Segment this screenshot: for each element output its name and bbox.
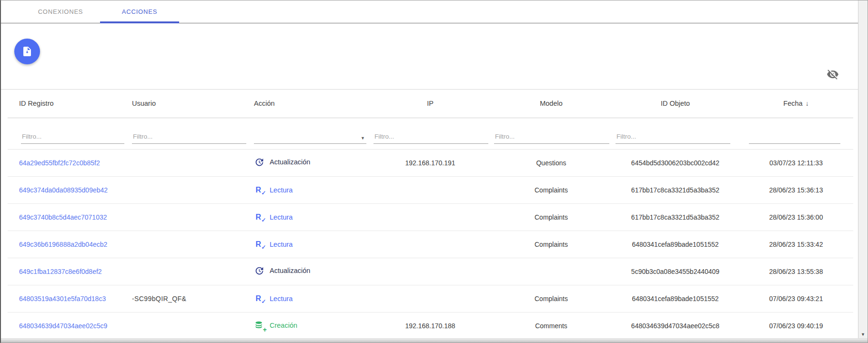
table-row[interactable]: 64803519a4301e5fa70d18c3 -SC99bQIR_QF& R… [8, 285, 853, 312]
record-id-link[interactable]: 649c3740b8c5d4aec7071032 [19, 213, 107, 221]
tab-bar: CONEXIONESACCIONES [1, 0, 868, 23]
column-header-label: ID Objeto [661, 100, 690, 107]
column-header-id[interactable]: ID Registro [8, 90, 128, 118]
dropdown-arrow-icon: ▼ [361, 136, 365, 141]
model-cell: Complaints [491, 176, 612, 203]
user-cell [128, 312, 250, 339]
record-id-link[interactable]: 649c36b6196888a2db04ecb2 [19, 241, 107, 248]
filter-cell [8, 118, 128, 149]
object-id-cell: 6454bd5d3006203bc002cd42 [612, 149, 739, 176]
action-cell: Actualización [250, 149, 370, 176]
column-header-modelo[interactable]: Modelo [491, 90, 612, 118]
action-cell: R✓Lectura [250, 203, 370, 231]
column-header-objeto[interactable]: ID Objeto [612, 90, 739, 118]
header-row: ID Registro Usuario Acción IP Modelo ID … [8, 90, 853, 118]
record-id-link[interactable]: 649c374da0da08935d09eb42 [19, 186, 108, 194]
date-cell: 07/06/23 09:40:19 [739, 312, 853, 339]
column-header-fecha[interactable]: Fecha↓ [739, 90, 853, 118]
filter-input-modelo[interactable] [494, 133, 609, 144]
object-id-cell: 6480341cefa89bade1051552 [612, 231, 739, 258]
filter-input-ip[interactable] [373, 133, 488, 144]
column-header-usuario[interactable]: Usuario [128, 90, 250, 118]
filter-input-objeto[interactable] [616, 133, 730, 144]
table-row[interactable]: 64a29ed55fbf2fc72c0b85f2 Actualización 1… [8, 149, 853, 176]
user-cell: -SC99bQIR_QF& [128, 285, 250, 312]
read-icon: R✓ [256, 293, 263, 303]
column-header-accion[interactable]: Acción [250, 90, 370, 118]
filter-input-fecha[interactable] [749, 133, 840, 144]
date-cell: 28/06/23 15:36:13 [739, 176, 853, 203]
audit-table: ID Registro Usuario Acción IP Modelo ID … [8, 90, 853, 340]
date-cell: 03/07/23 12:11:33 [739, 149, 853, 176]
ip-cell: 192.168.170.191 [370, 149, 491, 176]
table-row[interactable]: 649c374da0da08935d09eb42 R✓Lectura Compl… [8, 176, 853, 203]
hide-columns-button[interactable] [826, 67, 840, 81]
action-label: Lectura [270, 241, 293, 248]
ip-cell [370, 176, 491, 203]
table-row[interactable]: 649c36b6196888a2db04ecb2 R✓Lectura Compl… [8, 231, 853, 258]
filter-cell [370, 118, 491, 149]
tab-label: CONEXIONES [38, 8, 83, 15]
filter-cell [612, 118, 739, 149]
scroll-down-icon[interactable]: ▼ [858, 332, 868, 337]
object-id-cell: 6480341cefa89bade1051552 [612, 285, 739, 312]
model-cell: Questions [491, 149, 612, 176]
filter-cell: ▼ [250, 118, 370, 149]
filter-select-accion[interactable]: ▼ [254, 133, 366, 144]
tab-acciones[interactable]: ACCIONES [100, 0, 179, 23]
action-label: Lectura [270, 213, 293, 221]
object-id-cell: 5c90b3c0a08e3455b2440409 [612, 258, 739, 285]
user-cell [128, 203, 250, 231]
model-cell: Complaints [491, 285, 612, 312]
column-header-label: Acción [254, 100, 275, 107]
column-header-label: Modelo [540, 100, 563, 107]
column-header-ip[interactable]: IP [370, 90, 491, 118]
action-label: Actualización [270, 158, 310, 166]
date-cell: 28/06/23 13:55:38 [739, 258, 853, 285]
model-cell: Comments [491, 312, 612, 339]
tab-label: ACCIONES [122, 8, 157, 15]
object-id-cell: 617bb17c8ca3321d5a3ba352 [612, 176, 739, 203]
user-cell [128, 258, 250, 285]
export-button[interactable] [14, 39, 40, 64]
record-id-link[interactable]: 649c1fba12837c8e6f0d8ef2 [19, 268, 102, 275]
action-label: Actualización [270, 267, 310, 274]
user-cell [128, 231, 250, 258]
filter-cell [739, 118, 853, 149]
ip-cell: 192.168.170.188 [370, 312, 491, 339]
action-cell: R✓Lectura [250, 285, 370, 312]
tab-conexiones[interactable]: CONEXIONES [21, 0, 100, 23]
column-header-label: Usuario [132, 100, 156, 107]
eye-off-icon [827, 68, 839, 81]
record-id-link[interactable]: 64a29ed55fbf2fc72c0b85f2 [19, 159, 100, 167]
horizontal-scrollbar[interactable] [1, 338, 868, 343]
filter-input-id[interactable] [21, 133, 124, 144]
ip-cell [370, 258, 491, 285]
user-cell [128, 176, 250, 203]
ip-cell [370, 203, 491, 231]
action-cell: +Creación [250, 312, 370, 339]
model-cell: Complaints [491, 203, 612, 231]
date-cell: 28/06/23 15:33:42 [739, 231, 853, 258]
update-icon [254, 266, 264, 276]
filter-cell [491, 118, 612, 149]
sort-desc-icon: ↓ [806, 100, 809, 107]
action-label: Lectura [270, 295, 293, 303]
object-id-cell: 617bb17c8ca3321d5a3ba352 [612, 203, 739, 231]
ip-cell [370, 231, 491, 258]
filter-row: ▼ [8, 118, 853, 149]
update-icon [254, 157, 264, 167]
filter-input-usuario[interactable] [132, 133, 246, 144]
audit-log-page: CONEXIONESACCIONES ID Registro Usuario A… [0, 0, 868, 343]
vertical-scrollbar[interactable]: ▼ [858, 0, 868, 339]
user-cell [128, 149, 250, 176]
record-id-link[interactable]: 648034639d47034aee02c5c9 [19, 322, 107, 330]
column-header-label: IP [427, 100, 434, 107]
date-cell: 28/06/23 15:36:00 [739, 203, 853, 231]
table-row[interactable]: 649c3740b8c5d4aec7071032 R✓Lectura Compl… [8, 203, 853, 231]
record-id-link[interactable]: 64803519a4301e5fa70d18c3 [19, 295, 106, 303]
table-row[interactable]: 649c1fba12837c8e6f0d8ef2 Actualización 5… [8, 258, 853, 285]
table-row[interactable]: 648034639d47034aee02c5c9 +Creación 192.1… [8, 312, 853, 339]
action-cell: Actualización [250, 258, 370, 285]
object-id-cell: 648034639d47034aee02c5c8 [612, 312, 739, 339]
